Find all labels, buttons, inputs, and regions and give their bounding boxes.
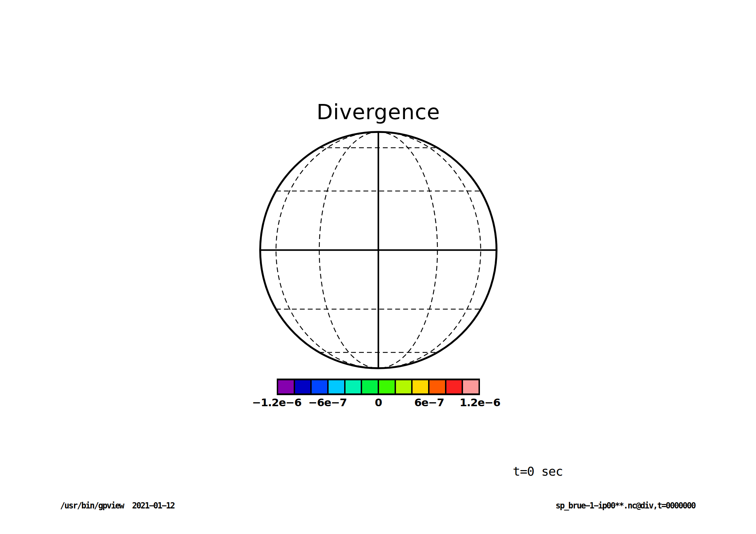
colorbar-tick-label: 6e−7 [414, 396, 444, 409]
orthographic-globe [254, 126, 503, 374]
colorbar-cell-1 [295, 380, 311, 393]
colorbar-cell-10 [446, 380, 462, 393]
colorbar-cell-5 [362, 380, 378, 393]
colorbar-cell-11 [463, 380, 479, 393]
colorbar-tick-label: −6e−7 [308, 396, 347, 409]
colorbar-cell-7 [396, 380, 412, 393]
gpview-plot-page: Divergence −1.2e−6−6e−706e−71.2e−6 t=0 s… [0, 0, 756, 534]
colorbar-cell-6 [379, 380, 395, 393]
footer-dataset-label: sp_brue−1−ip00**.nc@div,t=0000000 [556, 501, 695, 511]
colorbar-cell-9 [429, 380, 445, 393]
colorbar-tick-label: −1.2e−6 [252, 396, 301, 409]
colorbar-cell-4 [346, 380, 361, 393]
colorbar [277, 379, 480, 395]
colorbar-cell-0 [278, 380, 294, 393]
plot-title: Divergence [316, 99, 440, 124]
footer-command-and-date: /usr/bin/gpview 2021−01−12 [60, 501, 174, 511]
colorbar-cell-3 [329, 380, 344, 393]
time-label: t=0 sec [513, 464, 563, 478]
colorbar-cell-8 [413, 380, 428, 393]
colorbar-cell-2 [312, 380, 327, 393]
colorbar-tick-label: 1.2e−6 [460, 396, 500, 409]
colorbar-tick-label: 0 [375, 396, 382, 409]
